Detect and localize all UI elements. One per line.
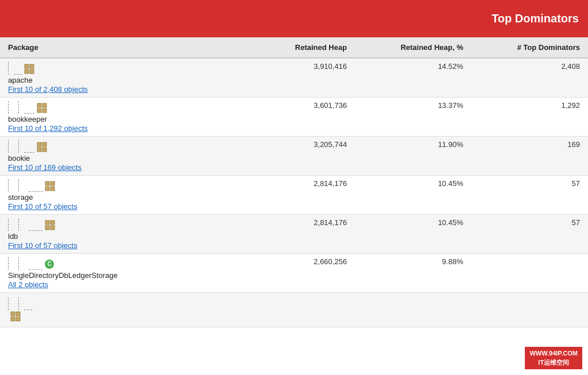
svg-rect-0 [25,64,29,68]
svg-rect-9 [42,142,47,146]
retained-heap-pct-cell [355,293,471,327]
grid-icon [45,220,55,230]
table-row: bookie First 10 of 169 objects 3,205,744… [0,137,588,176]
svg-rect-20 [11,312,15,316]
dominators-table: Package Retained Heap Retained Heap, % #… [0,37,588,327]
tree-branch [8,297,246,323]
svg-rect-10 [37,148,41,152]
top-dominators-cell: 1,292 [471,98,588,137]
retained-heap-pct-cell: 10.45% [355,176,471,215]
package-name: storage [8,193,246,202]
top-dominators-cell [471,254,588,293]
retained-heap-cell: 2,814,176 [254,215,355,254]
package-cell [0,293,254,327]
svg-rect-17 [51,221,55,225]
retained-heap-pct-cell: 11.90% [355,137,471,176]
tree-branch [8,101,246,115]
svg-rect-3 [30,69,34,74]
retained-heap-pct-cell: 13.37% [355,98,471,137]
table-row: bookkeeper First 10 of 1,292 objects 3,6… [0,98,588,137]
top-bar-title: Top Dominators [492,12,579,25]
package-name: bookie [8,154,246,163]
package-link[interactable]: First 10 of 2,408 objects [8,85,246,94]
table-header-row: Package Retained Heap Retained Heap, % #… [0,37,588,58]
grid-icon [24,64,34,74]
svg-rect-18 [45,226,49,230]
svg-rect-14 [45,187,49,191]
table-row: apache First 10 of 2,408 objects 3,910,4… [0,58,588,98]
svg-rect-19 [51,226,55,230]
svg-rect-22 [11,317,15,321]
grid-icon [37,103,47,113]
package-cell: C SingleDirectoryDbLedgerStorage All 2 o… [0,254,254,293]
table-row [0,293,588,327]
green-c-icon: C [45,260,54,269]
package-cell: ldb First 10 of 57 objects [0,215,254,254]
svg-rect-16 [45,221,49,225]
top-dominators-cell: 57 [471,215,588,254]
package-link[interactable]: First 10 of 57 objects [8,241,246,250]
tree-branch [8,62,246,76]
package-name: SingleDirectoryDbLedgerStorage [8,271,246,280]
package-name: bookkeeper [8,115,246,123]
package-name: ldb [8,232,246,241]
svg-rect-4 [37,103,41,107]
svg-rect-8 [37,142,41,146]
retained-heap-cell [254,293,355,327]
top-dominators-cell: 57 [471,176,588,215]
package-link[interactable]: First 10 of 169 objects [8,163,246,172]
grid-icon [37,142,47,152]
retained-heap-cell: 3,601,736 [254,98,355,137]
retained-heap-pct-cell: 10.45% [355,215,471,254]
table-row: ldb First 10 of 57 objects 2,814,176 10.… [0,215,588,254]
package-link[interactable]: All 2 objects [8,280,246,289]
svg-rect-7 [42,109,47,113]
retained-heap-cell: 3,205,744 [254,137,355,176]
tree-branch [8,179,246,193]
retained-heap-cell: 2,814,176 [254,176,355,215]
svg-rect-12 [45,181,49,185]
svg-rect-23 [16,317,20,321]
tree-branch [8,218,246,232]
package-cell: bookkeeper First 10 of 1,292 objects [0,98,254,137]
retained-heap-cell: 3,910,416 [254,58,355,98]
top-dominators-cell [471,293,588,327]
tree-branch [8,140,246,154]
svg-rect-2 [25,69,29,74]
grid-icon [45,181,55,191]
top-dominators-cell: 2,408 [471,58,588,98]
svg-rect-13 [51,181,55,185]
top-bar: Top Dominators [0,0,588,37]
top-dominators-cell: 169 [471,137,588,176]
col-retained-heap-pct: Retained Heap, % [355,37,471,58]
svg-rect-21 [16,312,20,316]
svg-rect-6 [37,109,41,113]
svg-rect-1 [30,64,34,68]
table-row: C SingleDirectoryDbLedgerStorage All 2 o… [0,254,588,293]
package-link[interactable]: First 10 of 1,292 objects [8,124,246,133]
grid-icon [10,311,21,322]
package-cell: bookie First 10 of 169 objects [0,137,254,176]
package-name: apache [8,76,246,84]
package-cell: storage First 10 of 57 objects [0,176,254,215]
col-top-dominators: # Top Dominators [471,37,588,58]
package-link[interactable]: First 10 of 57 objects [8,202,246,211]
col-retained-heap: Retained Heap [254,37,355,58]
retained-heap-pct-cell: 9.88% [355,254,471,293]
watermark: WWW.94IP.COM IT运维空间 [525,347,582,369]
table-row: storage First 10 of 57 objects 2,814,176… [0,176,588,215]
svg-rect-15 [51,187,55,191]
svg-rect-11 [42,148,47,152]
package-cell: apache First 10 of 2,408 objects [0,58,254,98]
retained-heap-pct-cell: 14.52% [355,58,471,98]
svg-rect-5 [42,103,47,107]
tree-branch: C [8,257,246,271]
col-package: Package [0,37,254,58]
retained-heap-cell: 2,660,256 [254,254,355,293]
table-container: Package Retained Heap Retained Heap, % #… [0,37,588,327]
